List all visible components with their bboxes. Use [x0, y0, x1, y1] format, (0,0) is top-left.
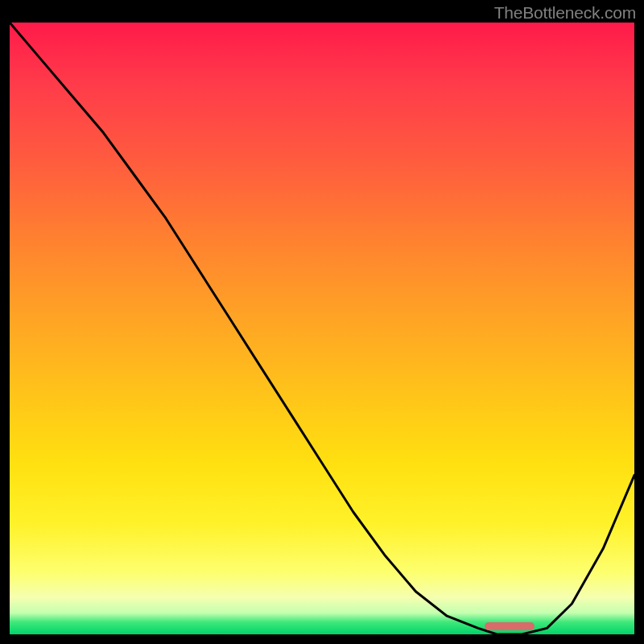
- bottleneck-curve-line: [10, 23, 634, 634]
- curve-svg: [10, 23, 634, 634]
- plot-area: [10, 23, 634, 634]
- watermark-text: TheBottleneck.com: [494, 3, 636, 23]
- chart-container: TheBottleneck.com: [0, 0, 644, 644]
- optimal-range-marker: [485, 622, 535, 630]
